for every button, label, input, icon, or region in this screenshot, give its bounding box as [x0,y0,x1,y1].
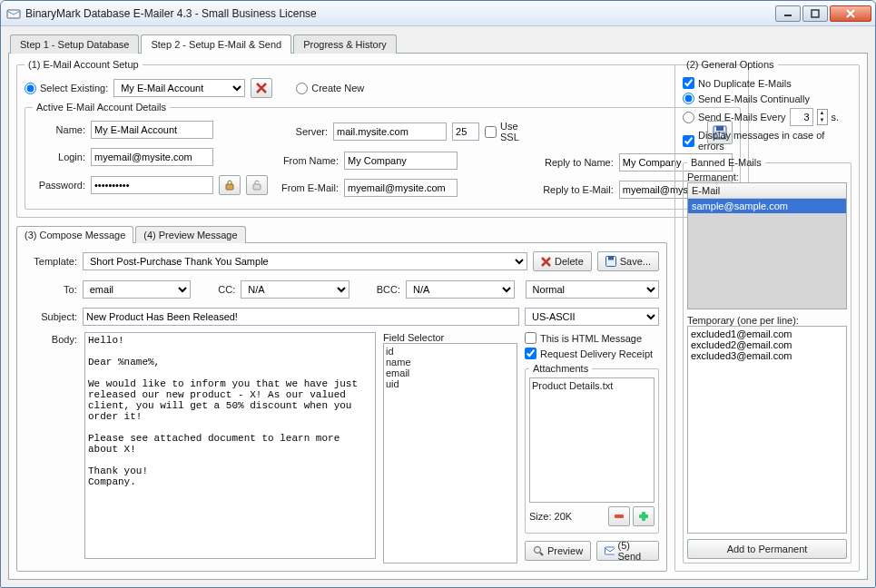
send-label: (5) Send [618,540,652,562]
body-label: Body: [25,332,77,564]
name-input[interactable] [91,121,213,139]
tab-preview[interactable]: (4) Preview Message [135,226,245,243]
client-area: Step 1 - Setup Database Step 2 - Setup E… [1,26,875,587]
unlock-icon [251,180,262,191]
account-setup-group: (1) E-Mail Account Setup Select Existing… [16,59,749,218]
no-dup-checkbox[interactable]: No Duplicate E-Mails [683,77,851,89]
every-radio[interactable]: Send E-Mails Every ▲ ▼ s. [683,108,851,126]
close-button[interactable] [830,5,871,22]
login-label: Login: [33,152,85,162]
create-new-radio-input[interactable] [296,83,308,94]
banned-header[interactable]: E-Mail [688,183,846,199]
spinner-up[interactable]: ▲ [818,110,827,117]
lock-button[interactable] [219,175,241,195]
add-attachment-button[interactable] [633,506,655,526]
send-button[interactable]: (5) Send [596,541,659,561]
x-icon [255,82,268,94]
port-input[interactable] [452,122,479,141]
bcc-select[interactable]: N/A [406,280,515,299]
cc-select[interactable]: N/A [241,280,349,299]
password-input[interactable] [91,176,213,194]
main-tabstrip: Step 1 - Setup Database Step 2 - Setup E… [8,34,868,53]
subject-input[interactable] [83,308,519,326]
field-item[interactable]: id [386,346,515,357]
tab-step1[interactable]: Step 1 - Setup Database [10,34,139,54]
html-checkbox[interactable]: This is HTML Message [525,332,659,344]
html-input[interactable] [525,332,536,344]
display-errors-input[interactable] [683,135,694,147]
field-item[interactable]: uid [386,378,515,389]
from-email-label: From E-Mail: [277,182,339,193]
from-email-input[interactable] [344,179,458,197]
use-ssl-input[interactable] [485,126,497,138]
attachment-item[interactable]: Product Details.txt [532,380,652,391]
create-new-label: Create New [311,83,364,93]
compose-body: Template: Short Post-Purchase Thank You … [16,242,667,572]
receipt-input[interactable] [525,348,536,359]
minimize-button[interactable] [775,5,801,22]
every-input[interactable] [683,112,694,123]
receipt-checkbox[interactable]: Request Delivery Receipt [525,348,659,359]
svg-rect-2 [812,10,819,17]
save-template-button[interactable]: Save... [597,251,659,271]
spinner-down[interactable]: ▼ [818,117,827,124]
add-to-permanent-button[interactable]: Add to Permanent [687,539,847,559]
continual-radio[interactable]: Send E-Mails Continually [683,93,851,104]
plus-icon [638,511,649,522]
delete-template-button[interactable]: Delete [533,251,592,271]
server-input[interactable] [333,122,447,141]
tab-step2[interactable]: Step 2 - Setup E-Mail & Send [141,34,291,54]
field-selector-label: Field Selector [383,332,517,343]
field-item[interactable]: name [386,357,515,368]
unlock-button[interactable] [246,175,268,195]
add-to-permanent-label: Add to Permanent [727,544,808,554]
permanent-label: Permanent: [687,172,847,182]
cc-label: CC: [218,284,235,295]
create-new-radio[interactable]: Create New [296,83,364,94]
save-label: Save... [620,256,651,267]
encoding-select[interactable]: US-ASCII [525,308,659,326]
bcc-label: BCC: [377,284,400,295]
attachments-legend: Attachments [529,363,592,374]
to-select[interactable]: email [83,280,192,299]
titlebar: BinaryMark Database E-Mailer 4.3 - Small… [1,1,875,26]
tab-compose[interactable]: (3) Compose Message [16,226,133,243]
permanent-table[interactable]: E-Mail sample@sample.com [687,182,847,309]
priority-select[interactable]: Normal [526,280,659,299]
display-errors-checkbox[interactable]: Display messages in case of errors [683,130,851,152]
svg-rect-3 [226,184,233,190]
tab-progress[interactable]: Progress & History [293,34,397,54]
temporary-textarea[interactable] [687,326,847,534]
tab-body: (1) E-Mail Account Setup Select Existing… [8,53,868,580]
select-existing-radio-input[interactable] [25,83,36,94]
use-ssl-checkbox[interactable]: Use SSL [485,121,530,142]
continual-input[interactable] [683,93,694,104]
no-dup-label: No Duplicate E-Mails [698,78,792,89]
body-textarea[interactable] [84,332,376,559]
to-label: To: [25,284,77,295]
left-column: (1) E-Mail Account Setup Select Existing… [16,59,667,572]
attachments-list[interactable]: Product Details.txt [529,377,655,503]
receipt-label: Request Delivery Receipt [540,348,653,359]
banned-row[interactable]: sample@sample.com [688,199,846,213]
every-value-input[interactable] [790,108,813,126]
magnifier-icon [533,545,544,556]
delete-account-button[interactable] [251,78,272,98]
select-existing-radio[interactable]: Select Existing: [25,83,108,94]
no-dup-input[interactable] [683,77,694,89]
floppy-icon [605,256,616,267]
from-name-input[interactable] [344,152,458,170]
login-input[interactable] [91,148,213,166]
field-selector-list[interactable]: id name email uid [383,343,517,564]
preview-button[interactable]: Preview [525,541,591,561]
delete-label: Delete [555,256,584,267]
general-options-legend: (2) General Options [683,59,778,70]
maximize-button[interactable] [802,5,828,22]
existing-account-select[interactable]: My E-Mail Account [113,79,245,97]
general-options-group: (2) General Options No Duplicate E-Mails… [674,59,860,572]
remove-attachment-button[interactable] [608,506,630,526]
subject-label: Subject: [25,311,77,322]
field-item[interactable]: email [386,368,515,378]
template-select[interactable]: Short Post-Purchase Thank You Sample [83,252,527,270]
right-column: (2) General Options No Duplicate E-Mails… [674,59,860,572]
